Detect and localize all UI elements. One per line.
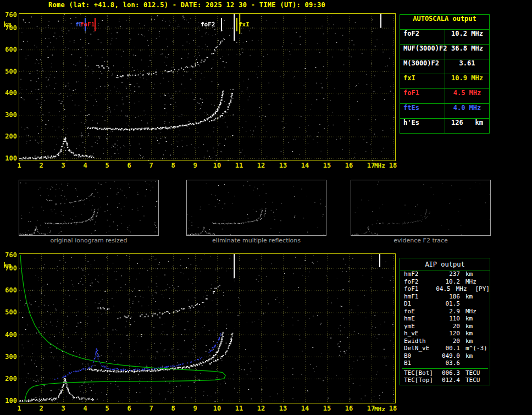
parameter-value: 006.3 — [439, 369, 460, 377]
x-axis-tick-label: 9 — [189, 162, 201, 169]
y-axis-label: km — [3, 262, 11, 269]
y-axis-tick-label: 400 — [1, 331, 17, 339]
x-axis-tick-label: 1 — [13, 405, 25, 412]
x-axis-label: MHz — [374, 162, 385, 169]
parameter-value: 20 — [439, 323, 460, 330]
table-row: foF210.2 MHz — [400, 30, 489, 45]
thumbnail-caption-1: original ionogram resized — [19, 237, 159, 244]
x-axis-tick-label: 9 — [189, 405, 201, 412]
parameter-extra — [489, 293, 490, 301]
y-axis-tick-label: 400 — [1, 89, 17, 97]
autoscala-table-header: AUTOSCALA output — [400, 15, 489, 30]
aip-table-header: AIP output — [400, 258, 490, 270]
thumbnail-caption-2: eliminate multiple reflections — [186, 237, 326, 244]
table-row: fxI10.9 MHz — [400, 74, 489, 89]
parameter-label: hmE — [400, 315, 439, 323]
parameter-value: 03.6 — [439, 359, 460, 367]
parameter-unit: MHz — [451, 285, 475, 293]
parameter-label: B1 — [400, 359, 439, 367]
parameter-extra — [489, 308, 490, 316]
aip-output-table: AIP output hmF2237kmfoF210.2MHzfoF104.5M… — [400, 258, 490, 385]
parameter-label: foF2 — [400, 278, 439, 286]
parameter-label: ymE — [400, 323, 439, 330]
parameter-unit — [460, 359, 489, 367]
parameter-label: foF1 — [400, 89, 445, 103]
y-axis-tick-label: 760 — [1, 251, 17, 259]
table-row: B103.6 — [400, 359, 490, 367]
x-axis-tick-label: 12 — [255, 405, 267, 412]
x-axis-tick-label: 4 — [79, 162, 91, 169]
parameter-unit: MHz — [460, 308, 489, 316]
x-axis-tick-label: 13 — [277, 405, 289, 412]
x-axis-tick-label: 10 — [211, 405, 223, 412]
thumbnail-eliminate-reflections — [186, 180, 326, 236]
x-axis-tick-label: 3 — [57, 405, 69, 412]
table-row: ftEs4.0 MHz — [400, 104, 489, 119]
parameter-label: hmF1 — [400, 293, 439, 301]
table-row: D101.5 — [400, 300, 490, 308]
table-row: MUF(3000)F236.8 MHz — [400, 45, 489, 59]
x-axis-tick-label: 15 — [321, 405, 333, 412]
parameter-unit: km — [460, 352, 489, 360]
parameter-value: 00.1 — [439, 345, 460, 352]
parameter-extra — [489, 270, 490, 278]
parameter-value: 10.2 — [439, 278, 460, 286]
station-date-time-header: Rome (lat: +41.8, lon: 012.5) - DATE: 20… — [48, 1, 325, 9]
parameter-unit: km — [460, 323, 489, 330]
parameter-value: 3.61 — [445, 59, 489, 74]
x-axis-tick-label: 16 — [343, 162, 355, 169]
table-row: M(3000)F23.61 — [400, 59, 489, 74]
x-axis-tick-label: 3 — [57, 162, 69, 169]
x-axis-tick-label: 8 — [167, 162, 179, 169]
parameter-value: 2.9 — [439, 308, 460, 316]
table-row: hmF2237km — [400, 270, 490, 278]
parameter-value: 10.9 MHz — [445, 74, 489, 88]
table-row: foF14.5 MHz — [400, 89, 489, 104]
aip-table-rows: hmF2237kmfoF210.2MHzfoF104.5MHz[PY]hmF11… — [400, 270, 490, 384]
x-axis-tick-label: 6 — [123, 405, 135, 412]
parameter-value: 012.4 — [439, 377, 460, 384]
parameter-label: foF2 — [400, 30, 445, 44]
x-axis-tick-label: 5 — [101, 162, 113, 169]
thumbnail-original-ionogram — [19, 180, 159, 236]
parameter-value: 126 km — [445, 119, 489, 133]
table-row: hmE110km — [400, 315, 490, 323]
autoscala-table-rows: foF210.2 MHzMUF(3000)F236.8 MHzM(3000)F2… — [400, 30, 489, 133]
x-axis-tick-label: 12 — [255, 162, 267, 169]
parameter-value: 36.8 MHz — [445, 45, 489, 59]
parameter-label: h_vE — [400, 330, 439, 337]
parameter-label: Ewidth — [400, 337, 439, 345]
parameter-label: TEC[Bot] — [400, 369, 439, 377]
parameter-label: foE — [400, 308, 439, 316]
parameter-extra — [489, 337, 490, 345]
y-axis-tick-label: 500 — [1, 68, 17, 75]
x-axis-tick-label: 14 — [299, 162, 311, 169]
y-axis-tick-label: 100 — [1, 154, 17, 162]
x-axis-tick-label: 11 — [233, 405, 245, 412]
x-axis-tick-label: 10 — [211, 162, 223, 169]
table-row: B0049.0km — [400, 352, 490, 360]
parameter-value: 4.5 MHz — [445, 89, 489, 103]
table-row: TEC[Bot]006.3TECU — [400, 369, 490, 377]
x-axis-tick-label: 7 — [145, 405, 157, 412]
parameter-unit: km — [460, 315, 489, 323]
x-axis-tick-label: 7 — [145, 162, 157, 169]
parameter-value: 110 — [439, 315, 460, 323]
thumbnail-caption-3: evidence F2 trace — [351, 237, 491, 244]
parameter-extra — [489, 359, 490, 367]
parameter-unit — [460, 300, 489, 308]
top-ionogram-canvas — [19, 13, 396, 161]
parameter-extra — [489, 323, 490, 330]
table-row: foF210.2MHz — [400, 278, 490, 286]
parameter-value: 049.0 — [439, 352, 460, 360]
table-row: h_vE120km — [400, 330, 490, 337]
y-axis-tick-label: 600 — [1, 286, 17, 294]
parameter-extra — [489, 369, 490, 377]
parameter-label: M(3000)F2 — [400, 59, 445, 74]
y-axis-tick-label: 100 — [1, 397, 17, 405]
x-axis-tick-label: 5 — [101, 405, 113, 412]
y-axis-tick-label: 300 — [1, 353, 17, 361]
x-axis-tick-label: 15 — [321, 162, 333, 169]
parameter-unit: km — [460, 337, 489, 345]
parameter-value: 237 — [439, 270, 460, 278]
